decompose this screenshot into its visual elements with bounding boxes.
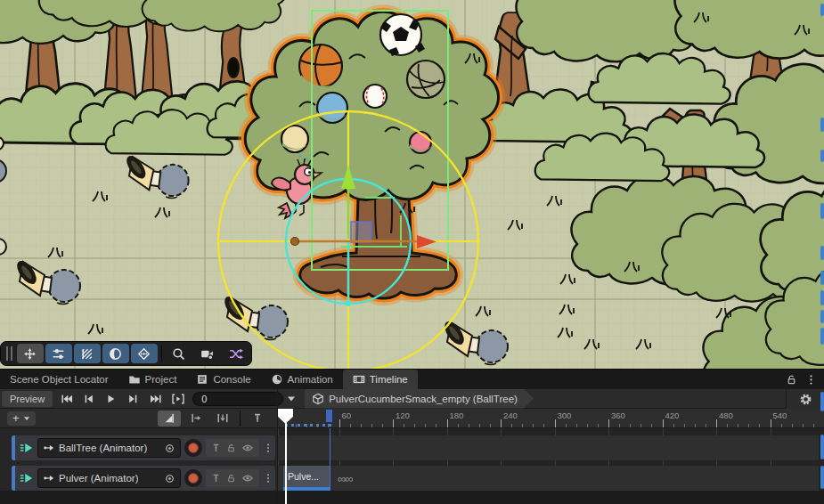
mixer-tool-button[interactable]	[45, 344, 72, 363]
unlock-icon[interactable]	[226, 443, 236, 453]
toolbar-drag-handle[interactable]	[6, 346, 12, 361]
scene-tool-strip	[0, 341, 252, 366]
eye-icon[interactable]	[241, 473, 254, 484]
go-to-end-button[interactable]	[144, 390, 167, 408]
clip-replace-icon	[216, 412, 229, 424]
animation-clip[interactable]: Pulve...	[283, 466, 330, 491]
ruler-minor-tick	[706, 424, 706, 427]
add-label: +	[12, 411, 20, 426]
playhead-line[interactable]	[285, 421, 287, 504]
gear-icon[interactable]	[799, 393, 812, 406]
kebab-menu-icon[interactable]	[263, 472, 273, 484]
x-axis-origin-handle[interactable]	[291, 238, 299, 246]
camera-tool-button[interactable]	[193, 344, 220, 363]
scene-viewport[interactable]	[0, 0, 824, 369]
track-binding-field[interactable]: BallTree (Animator)	[37, 438, 181, 458]
animator-icon	[43, 443, 55, 453]
frame-number-input[interactable]: 0	[192, 392, 283, 406]
track-lane-balltree[interactable]	[278, 435, 819, 460]
scrollbar-segment[interactable]	[820, 392, 824, 411]
unlock-icon[interactable]	[226, 473, 236, 484]
next-frame-button[interactable]	[122, 390, 144, 408]
ruler-minor-tick	[684, 424, 685, 427]
scrollbar-segment[interactable]	[820, 290, 824, 305]
go-to-start-button[interactable]	[55, 390, 78, 408]
clip-loop-indicator: ∞∞	[338, 466, 353, 491]
track-binding-field[interactable]: Pulver (Animator)	[37, 468, 181, 488]
track-header-pulver[interactable]: Pulver (Animator)	[12, 466, 275, 491]
search-tool-button[interactable]	[165, 344, 192, 363]
scene-canvas[interactable]	[0, 0, 824, 369]
curves-view-button[interactable]	[158, 411, 181, 427]
object-picker-icon[interactable]	[164, 473, 175, 484]
clip-mix-icon	[190, 412, 202, 424]
scrollbar-segment[interactable]	[820, 466, 824, 489]
timeline-breadcrumb[interactable]: PulverCucumberSmack_empty (BallTree)	[305, 389, 534, 409]
ruler-label: 540	[773, 411, 787, 420]
track-binding-label: BallTree (Animator)	[59, 443, 147, 453]
gizmo-2d-tool-button[interactable]	[131, 344, 158, 363]
sphere-tool-button[interactable]	[102, 344, 129, 363]
hatch-icon	[79, 346, 94, 362]
tab-label: Console	[213, 374, 250, 385]
plane-handle[interactable]	[351, 222, 371, 242]
kebab-menu-icon[interactable]	[263, 442, 273, 454]
scrollbar-segment[interactable]	[820, 328, 824, 345]
marker-pin-button[interactable]	[246, 411, 269, 427]
clip-edit-mode-replace-button[interactable]	[211, 411, 234, 427]
ruler-minor-tick	[813, 424, 814, 427]
pin-icon[interactable]	[211, 473, 221, 484]
scrollbar-segment[interactable]	[820, 435, 824, 459]
scrollbar-segment[interactable]	[820, 246, 824, 260]
shuffle-icon	[228, 346, 243, 362]
record-toggle[interactable]	[184, 469, 202, 487]
play-range-button[interactable]	[167, 390, 189, 408]
kebab-menu-icon[interactable]	[805, 374, 817, 386]
previous-frame-button[interactable]	[78, 390, 100, 408]
record-toggle[interactable]	[184, 439, 202, 457]
ruler-major-tick	[393, 419, 394, 427]
scrollbar-segment[interactable]	[820, 4, 824, 16]
ruler-major-tick	[555, 419, 556, 427]
cream-ball[interactable]	[281, 126, 308, 152]
tab-timeline[interactable]: Timeline	[343, 370, 418, 389]
object-picker-icon[interactable]	[164, 443, 175, 454]
record-dot	[188, 473, 199, 484]
add-track-button[interactable]: +	[7, 411, 36, 426]
clip-label: Pulve...	[288, 471, 319, 482]
header-content-divider	[277, 389, 278, 504]
pin-icon[interactable]	[211, 443, 221, 453]
ruler-minor-tick	[404, 424, 404, 427]
scrollbar-segment[interactable]	[820, 310, 824, 323]
play-button[interactable]	[100, 390, 122, 408]
ruler-minor-tick	[371, 424, 372, 427]
track-header-balltree[interactable]: BallTree (Animator)	[12, 435, 275, 460]
prev-frame-icon	[83, 394, 94, 404]
eye-icon[interactable]	[241, 443, 254, 453]
preview-toggle-button[interactable]: Preview	[2, 391, 53, 407]
ruler-minor-tick	[361, 424, 362, 427]
tab-label: Timeline	[370, 374, 408, 385]
scrollbar-segment[interactable]	[820, 150, 824, 162]
transport-bar: Preview	[0, 389, 824, 409]
tab-project[interactable]: Project	[118, 370, 187, 389]
clip-edit-mode-mix-button[interactable]	[184, 411, 208, 427]
timeline-end-marker[interactable]	[326, 410, 332, 422]
track-lane-pulver[interactable]: Pulve... ∞∞	[278, 466, 819, 491]
shuffle-tool-button[interactable]	[222, 344, 249, 363]
scrollbar-segment[interactable]	[820, 271, 824, 285]
ruler-minor-tick	[792, 424, 793, 427]
blue-ball[interactable]	[317, 93, 347, 123]
move-tool-button[interactable]	[17, 344, 44, 363]
ruler-label: 480	[719, 411, 733, 420]
scrollbar-segment[interactable]	[820, 203, 824, 219]
tab-animation[interactable]: Animation	[261, 370, 343, 389]
tab-console[interactable]: Console	[186, 370, 260, 389]
scrollbar-segment[interactable]	[820, 118, 824, 132]
tab-scene-object-locator[interactable]: Scene Object Locator	[0, 370, 118, 389]
skip-end-icon	[150, 394, 162, 404]
unlock-icon[interactable]	[786, 374, 797, 386]
grid-hatch-tool-button[interactable]	[74, 344, 101, 363]
frame-options-dropdown[interactable]	[283, 390, 299, 408]
timeline-ruler[interactable]: 060120180240300360420480540	[278, 409, 824, 428]
